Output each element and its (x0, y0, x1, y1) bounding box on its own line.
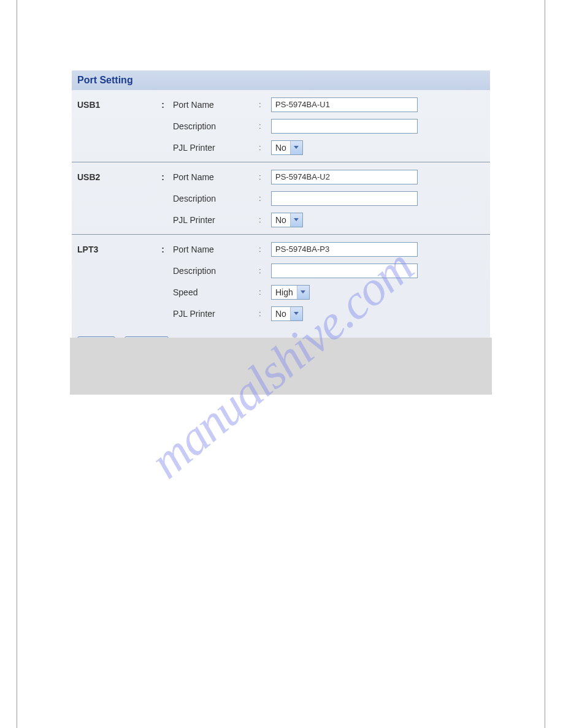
select-dropdown-button[interactable] (297, 286, 309, 299)
panel-title: Port Setting (72, 70, 490, 90)
port-label-text: USB1 (77, 100, 100, 110)
select-value: No (272, 307, 290, 320)
chevron-down-icon (294, 218, 299, 221)
field-label-port-name: Port Name (173, 245, 259, 254)
field-label-port-name: Port Name (173, 100, 259, 110)
separator-icon: : (259, 309, 271, 318)
port-block-usb2: USB2 : Port Name : Description : PJL Pri… (72, 162, 490, 235)
colon-icon: : (161, 172, 164, 182)
separator-icon: : (259, 287, 271, 297)
field-label-pjl-printer: PJL Printer (173, 215, 259, 225)
usb1-pjl-select[interactable]: No (271, 140, 303, 155)
separator-icon: : (259, 266, 271, 275)
colon-icon: : (161, 245, 164, 254)
field-label-pjl-printer: PJL Printer (173, 143, 259, 153)
colon-icon: : (161, 100, 164, 110)
lpt3-speed-select[interactable]: High (271, 285, 310, 300)
separator-icon: : (259, 172, 271, 181)
select-value: No (272, 141, 290, 154)
separator-icon: : (259, 215, 271, 224)
separator-icon: : (259, 121, 271, 131)
chevron-down-icon (301, 290, 305, 294)
port-setting-panel: Port Setting USB1 : Port Name : Descript… (72, 70, 490, 360)
separator-icon: : (259, 194, 271, 203)
select-dropdown-button[interactable] (290, 213, 302, 227)
field-label-description: Description (173, 121, 259, 131)
usb1-description-input[interactable] (271, 119, 418, 134)
port-label-usb2: USB2 : (72, 172, 173, 182)
separator-icon: : (259, 245, 271, 254)
port-label-usb1: USB1 : (72, 100, 173, 110)
select-dropdown-button[interactable] (290, 307, 302, 320)
select-value: No (272, 213, 290, 227)
footer-bar (70, 338, 492, 395)
chevron-down-icon (294, 146, 299, 149)
field-label-pjl-printer: PJL Printer (173, 309, 259, 319)
usb2-port-name-input[interactable] (271, 170, 418, 184)
port-block-usb1: USB1 : Port Name : Description : PJL Pri… (72, 90, 490, 162)
lpt3-port-name-input[interactable] (271, 242, 418, 257)
separator-icon: : (259, 143, 271, 152)
chevron-down-icon (294, 312, 299, 315)
port-block-lpt3: LPT3 : Port Name : Description : Speed :… (72, 235, 490, 328)
lpt3-description-input[interactable] (271, 264, 418, 278)
lpt3-pjl-select[interactable]: No (271, 306, 303, 321)
usb2-pjl-select[interactable]: No (271, 213, 303, 227)
select-dropdown-button[interactable] (290, 141, 302, 154)
usb2-description-input[interactable] (271, 191, 418, 206)
usb1-port-name-input[interactable] (271, 97, 418, 112)
field-label-description: Description (173, 194, 259, 203)
page-border-right (545, 0, 545, 728)
port-label-lpt3: LPT3 : (72, 245, 173, 254)
separator-icon: : (259, 100, 271, 109)
field-label-port-name: Port Name (173, 172, 259, 182)
port-label-text: USB2 (77, 172, 100, 182)
select-value: High (272, 286, 297, 299)
field-label-speed: Speed (173, 287, 259, 297)
page-border-left (17, 0, 17, 728)
field-label-description: Description (173, 266, 259, 276)
port-label-text: LPT3 (77, 245, 98, 254)
